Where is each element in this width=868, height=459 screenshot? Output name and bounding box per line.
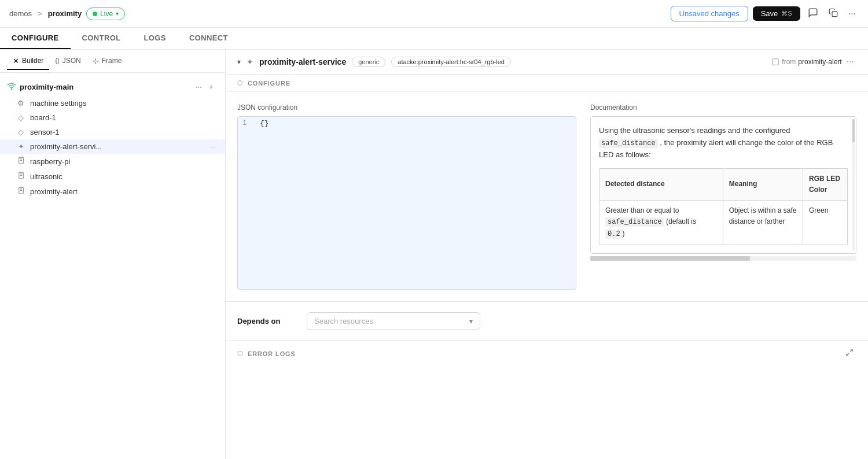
json-editor-label: JSON configuration — [237, 103, 576, 112]
col-header-distance: Detected distance — [599, 168, 723, 200]
tree-more-button[interactable]: ··· — [193, 81, 204, 92]
scrollbar-thumb — [852, 119, 855, 142]
live-chevron-icon: ▾ — [116, 10, 119, 17]
chat-icon-button[interactable] — [805, 5, 821, 23]
sidebar-item-board-1[interactable]: ◇ board-1 ··· — [0, 110, 225, 125]
search-resources-dropdown[interactable]: Search resources ▾ — [307, 312, 480, 330]
json-label: JSON — [62, 57, 81, 65]
nav-tabs: CONFIGURE CONTROL LOGS CONNECT — [0, 28, 868, 50]
wifi-icon — [7, 82, 16, 92]
sidebar-tab-json[interactable]: {} JSON — [49, 53, 86, 69]
builder-label: Builder — [22, 57, 43, 65]
sidebar-item-label: machine settings — [30, 99, 87, 108]
tree-root-label: proximity-main — [20, 83, 73, 91]
configure-body: JSON configuration 1 {} Documentation U — [226, 92, 868, 302]
page-icon — [16, 187, 25, 196]
sidebar-item-proximity-alert[interactable]: proximity-alert ··· — [0, 184, 225, 199]
tree-add-button[interactable]: + — [207, 81, 216, 92]
sidebar-tab-builder[interactable]: ✕ Builder — [7, 53, 49, 70]
depends-on-label: Depends on — [237, 317, 295, 325]
service-from: from proximity-alert ··· — [771, 57, 856, 67]
line-number: 1 — [242, 119, 260, 127]
svg-line-13 — [847, 353, 849, 356]
frame-icon: ⊹ — [93, 57, 99, 65]
service-from-name: proximity-alert — [798, 58, 841, 66]
collapse-button[interactable]: ▾ — [237, 58, 241, 66]
json-line-1: 1 {} — [238, 117, 576, 130]
sidebar-tab-frame[interactable]: ⊹ Frame — [87, 53, 128, 70]
col-header-color: RGB LED Color — [803, 168, 848, 200]
diamond-icon: ◇ — [16, 128, 25, 136]
svg-rect-11 — [773, 59, 779, 65]
doc-content: Using the ultrasonic sensor's readings a… — [590, 116, 856, 254]
breadcrumb: demos > proximity Live ▾ — [9, 8, 125, 20]
sidebar-item-raspberry-pi[interactable]: raspberry-pi ··· — [0, 154, 225, 169]
cell-color: Green — [803, 201, 848, 245]
sidebar-item-label: raspberry-pi — [30, 157, 70, 166]
copy-icon-button[interactable] — [826, 5, 841, 23]
top-bar-right: Unsaved changes Save ⌘S ··· — [671, 5, 859, 23]
sidebar-item-machine-settings[interactable]: ⚙ machine settings ··· — [0, 96, 225, 110]
json-editor[interactable]: 1 {} — [237, 116, 576, 290]
section-collapse-button[interactable]: ⬡ — [237, 79, 243, 87]
from-label: from — [782, 58, 796, 66]
svg-rect-0 — [832, 12, 837, 17]
service-header: ▾ ✦ proximity-alert-service generic atac… — [226, 50, 868, 75]
star-icon: ✦ — [16, 142, 25, 151]
live-dot — [93, 12, 97, 16]
save-label: Save — [761, 9, 778, 18]
save-shortcut: ⌘S — [781, 10, 792, 17]
service-tag-generic: generic — [352, 57, 385, 67]
cell-meaning: Object is within a safe distance or fart… — [723, 201, 803, 245]
tab-configure[interactable]: CONFIGURE — [0, 28, 71, 49]
main-layout: ✕ Builder {} JSON ⊹ Frame proximity-main — [0, 50, 868, 459]
item-more-icon[interactable]: ··· — [210, 143, 216, 151]
service-more-button[interactable]: ··· — [844, 57, 856, 67]
depends-on-row: Depends on Search resources ▾ — [226, 302, 868, 341]
sidebar-item-ultrasonic[interactable]: ultrasonic ··· — [0, 169, 225, 184]
builder-icon: ✕ — [13, 57, 19, 65]
sidebar-item-label: sensor-1 — [30, 128, 60, 136]
service-star-icon: ✦ — [247, 57, 253, 66]
sidebar: ✕ Builder {} JSON ⊹ Frame proximity-main — [0, 50, 226, 459]
table-row: Greater than or equal to safe_distance (… — [599, 201, 848, 245]
more-options-button[interactable]: ··· — [845, 6, 859, 22]
doc-label: Documentation — [590, 103, 856, 112]
frame-label: Frame — [102, 57, 122, 65]
sidebar-view-tabs: ✕ Builder {} JSON ⊹ Frame — [0, 50, 225, 73]
error-logs-expand-button[interactable] — [843, 346, 856, 361]
sidebar-item-label: proximity-alert-servi... — [30, 142, 102, 151]
service-tag-module: atacke:proximity-alert:hc-sr04_rgb-led — [391, 57, 511, 67]
svg-line-12 — [850, 350, 852, 352]
tab-control[interactable]: CONTROL — [71, 28, 133, 49]
tab-connect[interactable]: CONNECT — [178, 28, 240, 49]
tree-root: proximity-main ··· + — [0, 77, 225, 96]
error-logs-collapse-button[interactable]: ⬡ — [237, 350, 243, 357]
svg-point-1 — [11, 88, 12, 89]
content-area: ▾ ✦ proximity-alert-service generic atac… — [226, 50, 868, 459]
doc-wrap: Documentation Using the ultrasonic senso… — [590, 103, 856, 290]
sidebar-item-label: board-1 — [30, 113, 56, 122]
live-label: Live — [100, 10, 113, 18]
doc-paragraph: Using the ultrasonic sensor's readings a… — [599, 125, 848, 161]
save-button[interactable]: Save ⌘S — [753, 6, 800, 21]
sidebar-item-proximity-alert-service[interactable]: ✦ proximity-alert-servi... ··· — [0, 139, 225, 154]
doc-hscroll-thumb — [590, 256, 750, 261]
error-logs-title: ERROR LOGS — [248, 350, 296, 357]
json-content: {} — [260, 119, 269, 128]
sidebar-item-label: proximity-alert — [30, 187, 78, 196]
breadcrumb-parent[interactable]: demos — [9, 9, 32, 18]
doc-hscroll — [590, 256, 856, 261]
sidebar-item-sensor-1[interactable]: ◇ sensor-1 ··· — [0, 125, 225, 139]
col-header-meaning: Meaning — [723, 168, 803, 200]
tab-logs[interactable]: LOGS — [133, 28, 178, 49]
breadcrumb-sep: > — [38, 9, 42, 18]
cell-distance: Greater than or equal to safe_distance (… — [599, 201, 723, 245]
live-badge[interactable]: Live ▾ — [86, 8, 125, 20]
unsaved-changes-button[interactable]: Unsaved changes — [671, 6, 748, 21]
service-name: proximity-alert-service — [259, 57, 346, 66]
top-bar: demos > proximity Live ▾ Unsaved changes… — [0, 0, 868, 28]
configure-section-header: ⬡ CONFIGURE — [226, 75, 868, 92]
configure-section-title: CONFIGURE — [248, 80, 290, 87]
scrollbar-track — [852, 119, 855, 251]
